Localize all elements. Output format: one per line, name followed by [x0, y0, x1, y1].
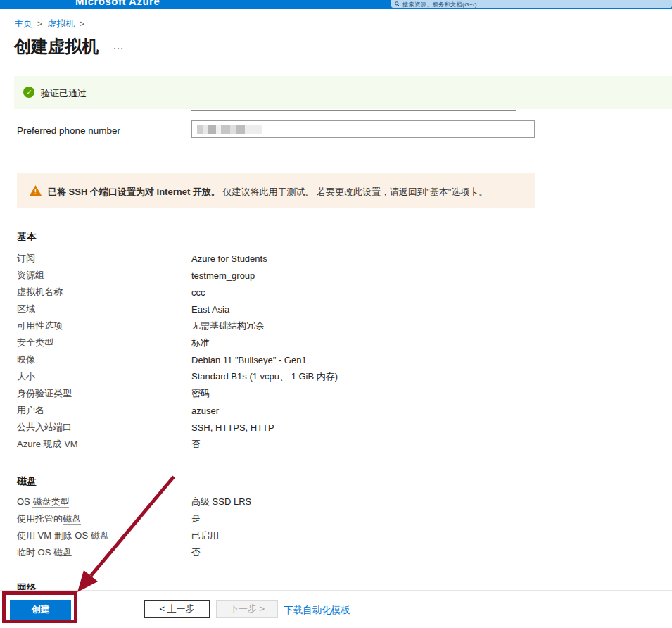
previous-button[interactable]: < 上一步	[144, 600, 210, 618]
label-text: 临时 OS	[17, 547, 53, 558]
summary-row: 公共入站端口SSH, HTTPS, HTTP	[17, 419, 338, 436]
summary-row: 用户名azuser	[17, 402, 338, 419]
summary-row: 订阅Azure for Students	[17, 250, 338, 267]
row-label: 虚拟机名称	[17, 286, 191, 299]
breadcrumb: 主页 > 虚拟机 >	[14, 18, 84, 30]
summary-row: 大小Standard B1s (1 vcpu、 1 GiB 内存)	[17, 368, 338, 385]
redacted-phone-value	[197, 125, 262, 134]
row-value: ccc	[191, 287, 205, 298]
phone-number-input[interactable]	[191, 120, 535, 138]
ssh-warning-rest: 仅建议将此用于测试。 若要更改此设置，请返回到"基本"选项卡。	[220, 187, 488, 197]
row-label: 区域	[17, 303, 191, 315]
row-value: 高级 SSD LRS	[191, 496, 251, 508]
row-value: Standard B1s (1 vcpu、 1 GiB 内存)	[191, 370, 338, 383]
row-label: 安全类型	[17, 337, 191, 349]
summary-row: 映像Debian 11 "Bullseye" - Gen1	[17, 351, 338, 368]
page-title: 创建虚拟机	[14, 35, 99, 58]
summary-row: 使用 VM 删除 OS 磁盘已启用	[17, 527, 251, 544]
row-label: 资源组	[17, 269, 191, 282]
row-value: SSH, HTTPS, HTTP	[191, 422, 274, 433]
summary-row: 安全类型标准	[17, 334, 338, 351]
label-tooltip-term: 磁盘	[63, 513, 81, 525]
breadcrumb-separator-icon: >	[37, 19, 42, 29]
basics-summary-list: 订阅Azure for Students 资源组testmem_group 虚拟…	[17, 250, 338, 453]
global-search-input[interactable]: 搜索资源、服务和文档(G+/)	[391, 0, 672, 8]
summary-row: 身份验证类型密码	[17, 385, 338, 402]
validation-passed-banner: ✓ 验证已通过	[14, 76, 672, 109]
summary-row: 资源组testmem_group	[17, 267, 338, 284]
next-button-disabled[interactable]: 下一步 >	[216, 600, 278, 618]
summary-row: 临时 OS 磁盘否	[17, 544, 251, 561]
row-value: East Asia	[191, 304, 229, 315]
phone-number-label: Preferred phone number	[17, 125, 120, 136]
row-value: 已启用	[191, 529, 219, 542]
breadcrumb-home[interactable]: 主页	[14, 18, 32, 30]
create-button[interactable]: 创建	[10, 600, 71, 620]
row-label: 可用性选项	[17, 320, 191, 332]
breadcrumb-separator-icon: >	[80, 19, 84, 29]
row-label: 映像	[17, 353, 191, 366]
disks-summary-list: OS 磁盘类型高级 SSD LRS 使用托管的磁盘是 使用 VM 删除 OS 磁…	[17, 494, 251, 561]
create-vm-page: Microsoft Azure 搜索资源、服务和文档(G+/) 主页 > 虚拟机…	[0, 0, 672, 628]
warning-triangle-icon: !	[30, 185, 42, 196]
label-text: OS	[17, 496, 32, 507]
section-heading-disks: 磁盘	[17, 475, 37, 488]
search-icon	[395, 1, 400, 6]
ssh-warning-text: 已将 SSH 个端口设置为对 Internet 开放。 仅建议将此用于测试。 若…	[48, 186, 488, 199]
azure-logo[interactable]: Microsoft Azure	[75, 0, 160, 7]
row-label: 临时 OS 磁盘	[17, 546, 191, 559]
success-check-icon: ✓	[23, 87, 34, 98]
label-text: 使用 VM 删除 OS	[17, 530, 91, 541]
row-value: Debian 11 "Bullseye" - Gen1	[191, 355, 307, 365]
row-value: 无需基础结构冗余	[191, 320, 265, 332]
summary-row: Azure 现成 VM否	[17, 436, 338, 453]
summary-row: 使用托管的磁盘是	[17, 510, 251, 527]
summary-row: 可用性选项无需基础结构冗余	[17, 318, 338, 334]
row-label: 大小	[17, 370, 191, 383]
summary-row: 区域East Asia	[17, 301, 338, 318]
ssh-warning-bold: 已将 SSH 个端口设置为对 Internet 开放。	[48, 187, 220, 197]
row-label: 用户名	[17, 404, 191, 417]
row-label: 订阅	[17, 252, 191, 265]
row-value: azuser	[191, 406, 219, 416]
row-label: Azure 现成 VM	[17, 438, 191, 451]
azure-top-bar: Microsoft Azure 搜索资源、服务和文档(G+/)	[0, 0, 672, 9]
section-heading-basics: 基本	[17, 231, 37, 244]
row-label: OS 磁盘类型	[17, 496, 191, 508]
row-value: 密码	[191, 387, 210, 400]
wizard-footer: 创建 < 上一步 下一步 > 下载自动化模板	[0, 590, 672, 628]
summary-row: 虚拟机名称ccc	[17, 284, 338, 301]
summary-row: OS 磁盘类型高级 SSD LRS	[17, 494, 251, 510]
row-value: 是	[191, 513, 201, 525]
row-label: 公共入站端口	[17, 421, 191, 434]
row-value: 否	[191, 546, 201, 559]
validation-passed-text: 验证已通过	[41, 87, 87, 100]
row-value: 标准	[191, 337, 210, 349]
row-label: 身份验证类型	[17, 387, 191, 400]
svg-text:!: !	[34, 188, 37, 196]
row-value: 否	[191, 438, 201, 451]
search-placeholder: 搜索资源、服务和文档(G+/)	[402, 1, 477, 8]
label-tooltip-term: 磁盘	[91, 530, 109, 541]
label-text: 使用托管的	[17, 513, 63, 524]
more-options-icon[interactable]: …	[113, 39, 125, 52]
label-tooltip-term: 磁盘类型	[32, 496, 69, 508]
row-value: Azure for Students	[191, 253, 267, 264]
row-value: testmem_group	[191, 270, 255, 281]
row-label: 使用 VM 删除 OS 磁盘	[17, 529, 191, 542]
field-underline	[191, 110, 516, 111]
ssh-warning-banner: ! 已将 SSH 个端口设置为对 Internet 开放。 仅建议将此用于测试。…	[17, 173, 535, 208]
breadcrumb-virtual-machines[interactable]: 虚拟机	[47, 18, 75, 30]
download-automation-template-link[interactable]: 下载自动化模板	[284, 604, 350, 617]
label-tooltip-term: 磁盘	[53, 547, 72, 558]
row-label: 使用托管的磁盘	[17, 513, 191, 525]
